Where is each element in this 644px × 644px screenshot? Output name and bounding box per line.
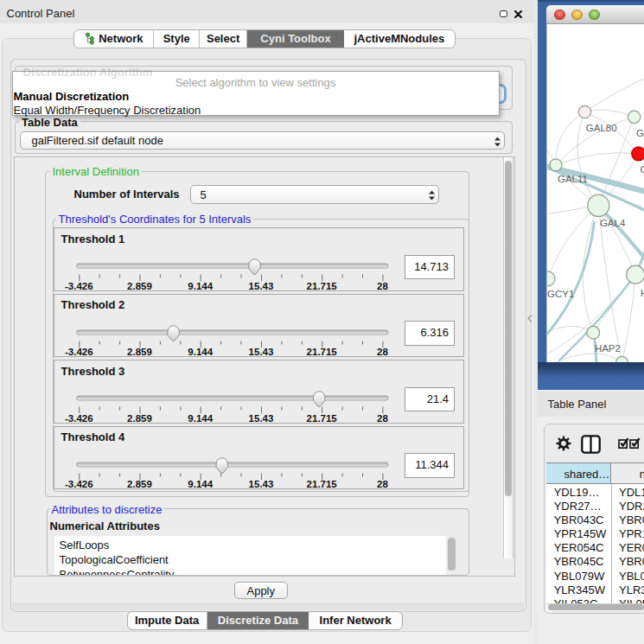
svg-text:GCY1: GCY1 xyxy=(547,289,574,299)
svg-text:GAL80: GAL80 xyxy=(585,122,616,132)
svg-text:GAL3: GAL3 xyxy=(636,127,644,137)
svg-text:HIS4: HIS4 xyxy=(641,287,644,297)
svg-text:GAL4: GAL4 xyxy=(599,218,625,228)
svg-text:HAP2: HAP2 xyxy=(594,342,620,353)
svg-text:CYC: CYC xyxy=(640,163,644,174)
svg-text:GAL11: GAL11 xyxy=(558,173,588,183)
